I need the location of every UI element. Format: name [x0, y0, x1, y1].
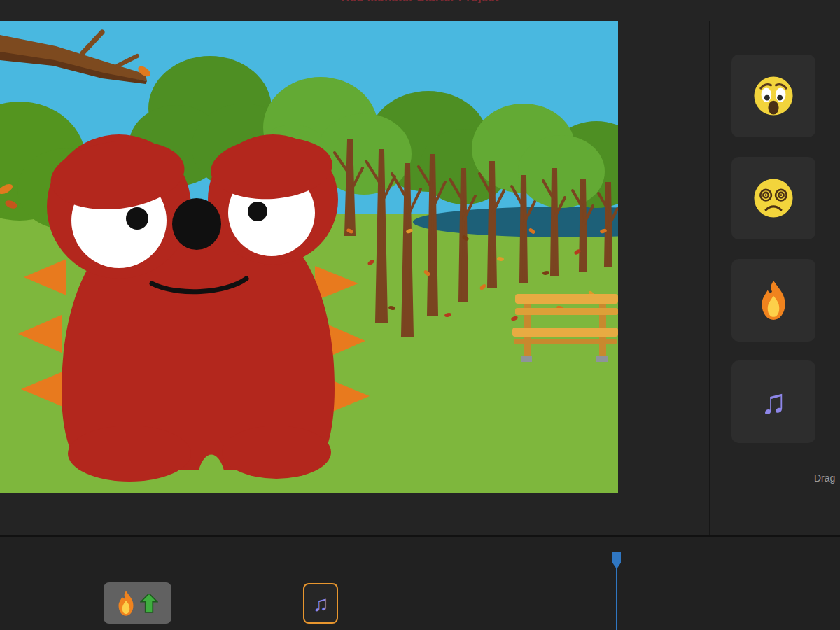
svg-text:♫: ♫ [760, 382, 787, 421]
timeline-clip-fire-up[interactable] [104, 582, 172, 624]
app-window: Red Monster Starter Project [0, 0, 840, 630]
trigger-worried-face[interactable] [732, 55, 816, 137]
music-note-icon: ♫ [752, 381, 794, 423]
worried-face-icon [753, 76, 794, 116]
music-note-icon: ♫ [306, 589, 335, 618]
trigger-music-note[interactable]: ♫ [732, 360, 816, 443]
fire-icon [117, 590, 135, 617]
titlebar: Red Monster Starter Project [0, 0, 840, 21]
project-title: Red Monster Starter Project [0, 0, 840, 5]
timeline-track[interactable]: ♫ [0, 537, 840, 630]
playhead-marker-icon [612, 552, 621, 570]
fire-icon [759, 279, 788, 321]
trigger-fire[interactable] [732, 259, 816, 342]
svg-text:♫: ♫ [312, 592, 328, 616]
timeline-clip-music[interactable]: ♫ [303, 583, 338, 624]
stage-scene [0, 21, 618, 493]
transport-bar [0, 493, 709, 536]
stage-canvas[interactable] [0, 21, 618, 493]
drag-hint: Drag [814, 472, 835, 484]
dizzy-face-icon [753, 178, 794, 218]
triggers-panel: ♫ Drag [710, 21, 840, 536]
timeline-playhead[interactable] [612, 552, 621, 630]
playhead-line [616, 568, 617, 630]
trigger-dizzy-face[interactable] [732, 157, 816, 239]
up-arrow-icon [140, 594, 158, 613]
